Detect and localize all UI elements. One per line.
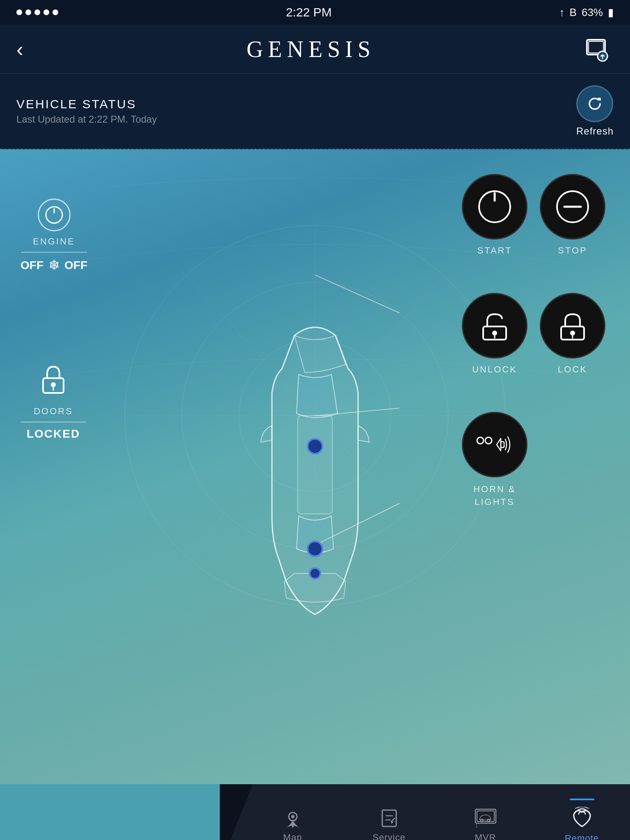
start-control: START	[462, 174, 527, 256]
tab-bar-left-space	[0, 784, 220, 840]
back-button[interactable]: ‹	[16, 37, 41, 61]
tab-bar: Map Service 1 MVR	[0, 784, 630, 840]
svg-text:1: 1	[475, 824, 478, 828]
status-icons: ↑ B 63% ▮	[559, 6, 614, 19]
svg-point-34	[485, 437, 492, 444]
svg-rect-19	[298, 415, 332, 514]
battery-icon: ▮	[608, 6, 614, 19]
car-diagram	[237, 311, 393, 623]
svg-point-20	[308, 439, 322, 454]
engine-off-label: OFF	[21, 259, 43, 272]
start-button[interactable]	[462, 174, 527, 240]
horn-lights-button[interactable]	[462, 412, 527, 477]
engine-label: ENGINE	[33, 236, 75, 247]
svg-point-28	[492, 331, 497, 336]
tab-service[interactable]: Service	[341, 784, 437, 840]
start-label: START	[477, 245, 512, 256]
header: ‹ GENESIS	[0, 25, 630, 74]
doors-status: DOORS LOCKED	[21, 363, 86, 441]
lock-controls: UNLOCK LOCK	[462, 293, 605, 375]
svg-point-37	[291, 815, 294, 818]
horn-lights-label: HORN &LIGHTS	[473, 483, 516, 509]
battery-display: 63%	[582, 6, 603, 19]
lock-button[interactable]	[540, 293, 605, 358]
header-action-icon[interactable]	[581, 33, 614, 66]
engine-fan-label: OFF	[64, 259, 87, 272]
refresh-circle-icon	[576, 85, 613, 122]
tab-items: Map Service 1 MVR	[220, 784, 630, 840]
unlock-button[interactable]	[462, 293, 527, 358]
stop-control: STOP	[540, 174, 605, 256]
fan-icon: ❄	[48, 258, 59, 273]
unlock-control: UNLOCK	[462, 293, 527, 375]
refresh-label: Refresh	[576, 126, 614, 137]
svg-point-33	[477, 437, 484, 444]
location-icon: ↑	[559, 6, 565, 19]
engine-status: ENGINE OFF ❄ OFF	[21, 199, 87, 273]
tab-remote[interactable]: Remote	[534, 784, 630, 840]
main-area: ENGINE OFF ❄ OFF DOORS LOCKED	[0, 149, 630, 784]
svg-point-31	[570, 331, 575, 336]
engine-controls: START STOP	[462, 174, 605, 509]
doors-label: DOORS	[34, 406, 73, 417]
svg-rect-35	[501, 442, 504, 447]
vehicle-status-bar: VEHICLE STATUS Last Updated at 2:22 PM. …	[0, 74, 630, 149]
stop-button[interactable]	[540, 174, 605, 240]
horn-lights-controls: HORN &LIGHTS	[462, 412, 527, 509]
vehicle-status-info: VEHICLE STATUS Last Updated at 2:22 PM. …	[16, 97, 157, 125]
right-controls: START STOP	[462, 174, 605, 509]
tab-map[interactable]: Map	[220, 784, 341, 840]
svg-point-21	[308, 541, 322, 556]
doors-locked-status: LOCKED	[27, 427, 80, 441]
vehicle-status-title: VEHICLE STATUS	[16, 97, 157, 111]
doors-divider	[21, 422, 86, 422]
horn-lights-control: HORN &LIGHTS	[462, 412, 527, 509]
status-bar: 2:22 PM ↑ B 63% ▮	[0, 0, 630, 25]
svg-point-14	[51, 382, 56, 387]
app-title: GENESIS	[247, 36, 375, 62]
lock-label: LOCK	[558, 364, 587, 375]
lock-control: LOCK	[540, 293, 605, 375]
bluetooth-icon: B	[570, 6, 577, 19]
lock-icon	[39, 363, 68, 401]
engine-icon	[38, 199, 71, 231]
svg-rect-41	[475, 809, 496, 823]
time-display: 2:22 PM	[286, 5, 332, 19]
vehicle-status-updated: Last Updated at 2:22 PM. Today	[16, 114, 157, 125]
engine-divider	[21, 252, 87, 253]
tab-map-label: Map	[283, 832, 302, 840]
start-stop-pair: START STOP	[462, 174, 605, 256]
car-rear-dot	[309, 567, 321, 580]
stop-label: STOP	[558, 245, 587, 256]
signal-dots	[16, 9, 58, 15]
tab-mvr[interactable]: 1 MVR	[437, 784, 534, 840]
unlock-label: UNLOCK	[472, 364, 517, 375]
tab-service-label: Service	[372, 832, 405, 840]
tab-mvr-label: MVR	[475, 832, 496, 840]
tab-remote-label: Remote	[565, 833, 599, 840]
engine-off-status: OFF ❄ OFF	[21, 258, 87, 273]
refresh-button[interactable]: Refresh	[576, 85, 614, 137]
